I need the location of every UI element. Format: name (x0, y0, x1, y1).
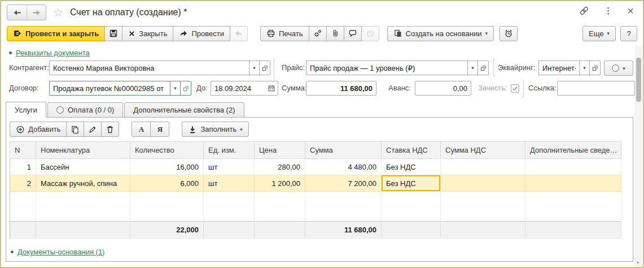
cell-n[interactable]: 1 (10, 159, 36, 175)
scroll-down-arrow-icon[interactable]: ▾ (637, 260, 639, 265)
contract-dropdown-button[interactable]: ▾ (170, 81, 181, 96)
more-button[interactable]: Еще ▾ (582, 26, 616, 41)
cell-nomenclature[interactable]: Массаж ручной, спина (36, 175, 130, 192)
history-button[interactable] (361, 26, 379, 41)
col-header-sum[interactable]: Сумма (305, 142, 382, 159)
sort-asc-button[interactable]: А (132, 122, 151, 137)
invoice-form-window: ☆ Счет на оплату (создание) * ⋮ × Провес… (0, 0, 644, 268)
open-window-icon (480, 64, 487, 72)
col-header-nomenclature[interactable]: Номенклатура (36, 142, 130, 159)
cell-vat-sum[interactable] (441, 159, 525, 175)
acquiring-input[interactable] (538, 60, 579, 75)
cell-sum[interactable]: 4 480,00 (305, 159, 382, 175)
cell-sum[interactable]: 7 200,00 (305, 175, 382, 192)
col-header-qty[interactable]: Количество (130, 142, 204, 159)
offset-checkbox[interactable] (511, 84, 519, 93)
tab-additional-properties-label: Дополнительные свойства (2) (133, 106, 235, 114)
sort-desc-button[interactable]: Я (150, 122, 169, 137)
col-header-extra[interactable]: Дополнительные сведе… (525, 142, 621, 159)
cell-vat-rate-selected[interactable]: Без НДС (382, 175, 441, 192)
fill-button[interactable]: Заполнить ▾ (182, 122, 248, 137)
edit-row-button[interactable] (84, 122, 102, 137)
col-header-unit[interactable]: Ед. изм. (204, 142, 255, 159)
create-based-on-button[interactable]: Создать на основании ▾ (387, 26, 494, 41)
col-header-price[interactable]: Цена (255, 142, 305, 159)
due-date-input[interactable] (211, 81, 265, 96)
post-and-close-button[interactable]: Провести и закрыть (7, 26, 105, 41)
settings-gears-button[interactable] (309, 26, 327, 41)
close-document-label: Закрыть (139, 29, 167, 38)
more-label: Еще (589, 29, 603, 38)
payment-type-button[interactable]: ▾ (604, 60, 633, 76)
paperclip-icon (331, 29, 340, 38)
contract-input[interactable] (49, 81, 170, 96)
cell-price[interactable]: 1 200,00 (255, 175, 305, 192)
close-document-button[interactable]: Закрыть (122, 26, 173, 41)
discussions-button[interactable] (344, 26, 362, 41)
price-dropdown-button[interactable]: ▾ (467, 60, 478, 75)
reference-input[interactable] (557, 81, 635, 96)
post-arrow-icon (179, 29, 188, 38)
advance-input[interactable] (415, 81, 471, 96)
print-button[interactable]: Печать (260, 26, 309, 41)
tab-payment[interactable]: Оплата (0 / 0) (47, 102, 123, 118)
cell-qty[interactable]: 16,000 (130, 159, 204, 175)
favorites-star-icon[interactable]: ☆ (53, 7, 63, 18)
counterparty-dropdown-button[interactable]: ▾ (249, 60, 260, 75)
post-button[interactable]: Провести (173, 26, 230, 41)
back-button[interactable] (7, 5, 27, 20)
cell-n[interactable]: 2 (10, 175, 36, 192)
reminder-button[interactable] (500, 26, 518, 41)
col-header-vat-sum[interactable]: Сумма НДС (441, 142, 525, 159)
calendar-icon (268, 84, 275, 92)
help-button[interactable]: ? (620, 26, 637, 41)
price-input[interactable] (306, 60, 467, 75)
scrollbar-thumb[interactable] (636, 58, 641, 102)
forward-button[interactable] (27, 5, 46, 20)
counterparty-open-button[interactable] (260, 60, 270, 75)
acquiring-field: ▾ (538, 60, 601, 75)
col-header-vat-rate[interactable]: Ставка НДС (382, 142, 441, 159)
caret-down-icon: ▾ (583, 65, 586, 71)
add-row-label: Добавить (28, 125, 60, 133)
cell-qty[interactable]: 6,000 (130, 175, 204, 192)
cell-extra[interactable] (525, 159, 621, 175)
cell-unit[interactable]: шт (204, 175, 255, 192)
amount-field (306, 81, 376, 96)
add-row-button[interactable]: Добавить (10, 122, 67, 137)
check-icon (512, 85, 518, 92)
table-row-selected[interactable]: 2 Массаж ручной, спина 6,000 шт 1 200,00… (10, 175, 621, 192)
kebab-menu-icon[interactable]: ⋮ (604, 6, 612, 16)
tab-services[interactable]: Услуги (6, 102, 46, 118)
service-actions-group: Печать (260, 26, 379, 41)
table-empty-area[interactable] (10, 192, 621, 222)
attachments-button[interactable] (326, 26, 344, 41)
undo-button[interactable] (230, 26, 248, 41)
counterparty-input[interactable] (49, 60, 249, 75)
cell-extra[interactable] (525, 175, 621, 192)
cell-price[interactable]: 280,00 (255, 159, 305, 175)
alarm-clock-icon (504, 29, 513, 38)
copy-row-button[interactable] (66, 122, 84, 137)
calendar-button[interactable] (265, 81, 278, 96)
cell-vat-rate[interactable]: Без НДС (382, 159, 441, 175)
basis-documents-link[interactable]: Документы-основания (1) (11, 248, 104, 256)
acquiring-open-button[interactable] (590, 60, 601, 75)
vertical-scrollbar[interactable]: ▾ (635, 46, 642, 266)
delete-row-button[interactable] (101, 122, 119, 137)
close-icon[interactable]: × (627, 6, 634, 15)
table-row[interactable]: 1 Бассейн 16,000 шт 280,00 4 480,00 Без … (10, 159, 621, 175)
amount-input[interactable] (306, 81, 376, 96)
requisites-section-link[interactable]: Реквизиты документа (9, 49, 90, 57)
acquiring-label: Эквайринг: (498, 60, 535, 75)
col-header-n[interactable]: N (10, 142, 36, 159)
tab-additional-properties[interactable]: Дополнительные свойства (2) (124, 102, 244, 118)
cell-unit[interactable]: шт (204, 159, 255, 175)
acquiring-dropdown-button[interactable]: ▾ (579, 60, 590, 75)
cell-nomenclature[interactable]: Бассейн (36, 159, 130, 175)
get-link-icon[interactable] (579, 6, 589, 16)
contract-open-button[interactable] (181, 81, 191, 96)
save-button[interactable] (104, 26, 122, 41)
cell-vat-sum[interactable] (441, 175, 525, 192)
price-open-button[interactable] (478, 60, 489, 75)
